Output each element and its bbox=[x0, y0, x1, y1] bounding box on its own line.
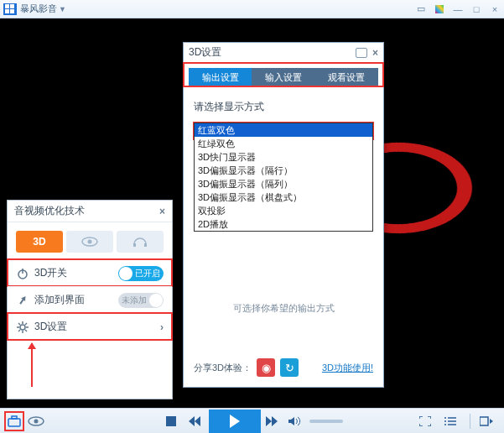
svg-point-18 bbox=[34, 419, 39, 423]
headphone-icon bbox=[132, 236, 148, 248]
settings-label: 3D设置 bbox=[34, 320, 67, 334]
select-label: 请选择显示方式 bbox=[194, 100, 373, 114]
player-controls bbox=[0, 408, 504, 433]
svg-point-24 bbox=[444, 420, 446, 422]
tab-view[interactable]: 观看设置 bbox=[315, 68, 378, 86]
mode-audio-button[interactable] bbox=[117, 231, 164, 253]
gear-icon bbox=[16, 321, 29, 333]
power-icon bbox=[16, 268, 29, 279]
option[interactable]: 双投影 bbox=[195, 204, 372, 217]
playlist-button[interactable] bbox=[441, 412, 460, 430]
row-3d-switch: 3D开关 已开启 bbox=[8, 259, 172, 286]
svg-line-12 bbox=[25, 330, 27, 331]
svg-point-1 bbox=[88, 240, 92, 244]
divider bbox=[470, 414, 470, 429]
3d-panel-title: 3D设置 bbox=[189, 45, 221, 60]
row-add-ui: 添加到界面 未添加 bbox=[8, 286, 172, 313]
collapse-button[interactable] bbox=[477, 412, 496, 430]
av-optimize-panel: 音视频优化技术 × 3D 3D开关 已开启 添加到界面 未添加 3D设置 › bbox=[7, 200, 173, 399]
next-button[interactable] bbox=[262, 412, 281, 430]
tab-input[interactable]: 输入设置 bbox=[252, 68, 314, 86]
svg-point-25 bbox=[444, 424, 446, 425]
svg-rect-15 bbox=[8, 419, 20, 426]
option[interactable]: 3D偏振显示器（棋盘式） bbox=[195, 190, 372, 204]
pin-icon bbox=[16, 295, 29, 306]
3d-help-link[interactable]: 3D功能使用! bbox=[322, 362, 373, 374]
stop-button[interactable] bbox=[162, 412, 180, 430]
3d-panel-close-icon[interactable]: × bbox=[372, 47, 378, 59]
option[interactable]: 2D播放 bbox=[195, 217, 372, 231]
switch-label: 3D开关 bbox=[34, 266, 67, 280]
svg-rect-3 bbox=[144, 243, 147, 247]
svg-line-13 bbox=[25, 323, 27, 325]
share-icon[interactable]: ↻ bbox=[280, 358, 299, 377]
annotation-arrow bbox=[31, 343, 33, 387]
titlebar: 暴风影音 ▼ ▭ — □ × bbox=[0, 0, 504, 18]
share-label: 分享3D体验： bbox=[194, 362, 252, 374]
volume-slider[interactable] bbox=[309, 420, 343, 423]
left-eye-button[interactable] bbox=[27, 412, 45, 430]
svg-rect-16 bbox=[12, 416, 17, 419]
svg-rect-26 bbox=[480, 417, 488, 425]
3d-switch-toggle[interactable]: 已开启 bbox=[118, 266, 164, 281]
svg-rect-19 bbox=[166, 416, 176, 426]
add-ui-toggle[interactable]: 未添加 bbox=[118, 293, 164, 308]
option[interactable]: 红绿双色 bbox=[195, 137, 372, 150]
mode-eye-button[interactable] bbox=[66, 231, 113, 253]
3d-settings-panel: 3D设置 × 输出设置 输入设置 观看设置 请选择显示方式 红蓝双色 ▼ 红蓝双… bbox=[183, 42, 384, 388]
av-panel-close-icon[interactable]: × bbox=[159, 206, 165, 217]
eye-icon bbox=[81, 237, 98, 247]
app-title: 暴风影音 bbox=[20, 3, 57, 15]
svg-point-23 bbox=[444, 417, 446, 419]
option[interactable]: 3D偏振显示器（隔列） bbox=[195, 177, 372, 190]
svg-rect-2 bbox=[133, 243, 136, 247]
av-panel-title: 音视频优化技术 bbox=[14, 204, 85, 218]
mode-3d-button[interactable]: 3D bbox=[16, 231, 63, 253]
display-mode-dropdown: 红蓝双色 红绿双色 3D快门显示器 3D偏振显示器（隔行） 3D偏振显示器（隔列… bbox=[194, 123, 373, 232]
feedback-icon[interactable]: ▭ bbox=[415, 3, 427, 15]
svg-line-11 bbox=[18, 323, 20, 325]
minimize-icon[interactable]: — bbox=[452, 3, 464, 15]
title-dropdown-icon[interactable]: ▼ bbox=[59, 5, 66, 13]
fullscreen-button[interactable] bbox=[416, 412, 434, 430]
theme-icon[interactable] bbox=[434, 3, 445, 15]
option[interactable]: 红蓝双色 bbox=[195, 123, 372, 137]
close-icon[interactable]: × bbox=[489, 3, 501, 15]
svg-line-14 bbox=[18, 330, 20, 331]
app-logo-icon bbox=[3, 3, 17, 15]
volume-button[interactable] bbox=[286, 412, 304, 430]
3d-tabs: 输出设置 输入设置 观看设置 bbox=[184, 63, 383, 86]
weibo-icon[interactable]: ◉ bbox=[257, 358, 275, 377]
chevron-right-icon: › bbox=[160, 321, 164, 333]
add-label: 添加到界面 bbox=[34, 293, 85, 307]
row-3d-settings[interactable]: 3D设置 › bbox=[8, 313, 172, 340]
thumbs-up-icon[interactable] bbox=[356, 48, 367, 58]
prev-button[interactable] bbox=[185, 412, 204, 430]
svg-point-6 bbox=[20, 325, 25, 330]
option[interactable]: 3D快门显示器 bbox=[195, 150, 372, 164]
toolbox-button[interactable] bbox=[5, 412, 23, 430]
tab-output[interactable]: 输出设置 bbox=[189, 68, 252, 86]
play-button[interactable] bbox=[209, 410, 261, 433]
maximize-icon[interactable]: □ bbox=[470, 3, 482, 15]
option[interactable]: 3D偏振显示器（隔行） bbox=[195, 164, 372, 177]
output-hint: 可选择你希望的输出方式 bbox=[184, 302, 383, 315]
play-icon bbox=[230, 415, 240, 428]
